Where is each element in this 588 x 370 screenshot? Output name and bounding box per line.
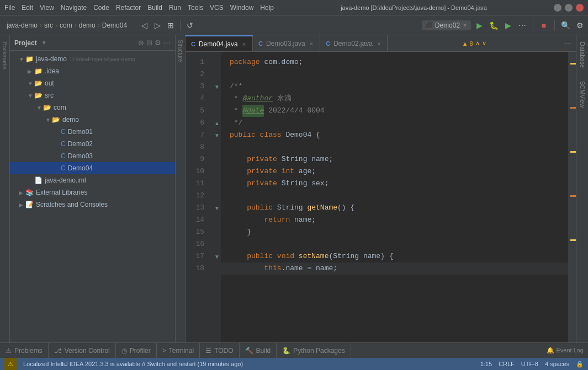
fold-marker-7[interactable]: ▼ (213, 129, 221, 141)
tree-com[interactable]: ▼ 📂 com (10, 101, 175, 114)
close-button[interactable] (576, 4, 584, 12)
tab-label: Problems (14, 347, 43, 355)
menu-navigate[interactable]: Navigate (61, 4, 87, 12)
scmview-tab[interactable]: SCMView (577, 74, 588, 114)
tree-demo[interactable]: ▼ 📂 demo (10, 114, 175, 126)
breadcrumb-project[interactable]: java-demo (7, 22, 38, 29)
tree-demo01[interactable]: C Demo01 (10, 126, 175, 138)
event-log-label[interactable]: 🔔 Event Log (547, 347, 584, 354)
tab-profiler[interactable]: ◷ Profiler (116, 343, 157, 358)
tab-version-control[interactable]: ⎇ Version Control (49, 343, 116, 358)
tree-demo03[interactable]: C Demo03 (10, 150, 175, 162)
folder-open-icon: 📂 (34, 92, 43, 99)
menu-window[interactable]: Window (230, 4, 254, 12)
breadcrumb-demo[interactable]: demo (79, 22, 96, 29)
code-line-1: package com.demo; (221, 56, 568, 68)
tree-src[interactable]: ▼ 📂 src (10, 89, 175, 101)
notification-icon: 🔔 (547, 347, 554, 353)
structure-panel[interactable]: Structure (176, 35, 186, 342)
minimize-button[interactable] (554, 4, 561, 12)
tree-demo04[interactable]: C Demo04 (10, 162, 175, 174)
bookmarks-panel[interactable]: Bookmarks (0, 35, 10, 342)
tree-ext-libs[interactable]: ▶ 📚 External Libraries (10, 186, 175, 199)
breadcrumb-com[interactable]: com (60, 22, 72, 29)
code-editor[interactable]: 1 2 3 4 5 6 7 8 9 10 11 12 13 14 15 16 1… (186, 52, 576, 342)
scroll-up-icon[interactable]: ∧ (475, 40, 480, 47)
line-ending[interactable]: CRLF (499, 361, 515, 367)
tab-close-icon[interactable]: × (376, 40, 382, 47)
tab-bar: C Demo04.java × C Demo03.java × C Demo02… (186, 35, 576, 52)
fold-gutter: ▼ ▲ ▼ ▼ ▼ (213, 52, 221, 342)
title-bar-menu[interactable]: File Edit View Navigate Code Refactor Bu… (4, 4, 274, 12)
todo-icon: ☰ (205, 347, 211, 355)
project-dropdown-icon[interactable]: ▼ (41, 40, 47, 46)
menu-edit[interactable]: Edit (22, 4, 33, 12)
stop-button[interactable]: ■ (538, 19, 550, 31)
breadcrumb-src[interactable]: src (44, 22, 53, 29)
locate-icon[interactable]: ⊕ (138, 39, 144, 47)
debug-button[interactable]: 🐛 (488, 19, 500, 31)
tab-todo[interactable]: ☰ TODO (200, 343, 239, 358)
recent-files-icon[interactable]: ⊞ (165, 19, 177, 31)
indent-info[interactable]: 4 spaces (545, 361, 569, 367)
code-area[interactable]: package com.demo; /** * @author 水滴 * @da… (221, 52, 568, 342)
fold-marker-13[interactable]: ▼ (213, 202, 221, 214)
iml-icon: 📄 (34, 176, 43, 184)
title-bar: File Edit View Navigate Code Refactor Bu… (0, 0, 588, 15)
tab-demo02[interactable]: C Demo02.java × (320, 35, 388, 51)
menu-refactor[interactable]: Refactor (116, 4, 141, 12)
tree-scratches[interactable]: ▶ 📝 Scratches and Consoles (10, 199, 175, 211)
tab-python-packages[interactable]: 🐍 Python Packages (277, 343, 351, 358)
tab-build[interactable]: 🔨 Build (240, 343, 277, 358)
tree-root[interactable]: ▼ 📁 java-demo D:\IdeaProjects\java-demo (10, 53, 175, 65)
scroll-down-icon[interactable]: ∨ (482, 40, 486, 47)
panel-settings-icon[interactable]: ⚙ (155, 39, 161, 47)
encoding[interactable]: UTF-8 (521, 361, 538, 367)
tab-close-icon[interactable]: × (309, 40, 314, 47)
menu-help[interactable]: Help (260, 4, 274, 12)
menu-run[interactable]: Run (169, 4, 181, 12)
fold-marker-3[interactable]: ▼ (213, 81, 221, 93)
profiler-icon: ◷ (121, 347, 127, 355)
sep2 (533, 20, 533, 31)
panel-more-icon[interactable]: ⋯ (163, 39, 171, 47)
menu-view[interactable]: View (40, 4, 54, 12)
tab-problems[interactable]: ⚠ Problems (0, 343, 49, 358)
tree-demo02[interactable]: C Demo02 (10, 138, 175, 150)
back-icon[interactable]: ◁ (138, 19, 150, 31)
tab-label: Build (256, 347, 271, 355)
search-everywhere-icon[interactable]: 🔍 (559, 19, 571, 31)
project-tree[interactable]: ▼ 📁 java-demo D:\IdeaProjects\java-demo … (10, 51, 175, 342)
fold-marker-17[interactable]: ▼ (213, 250, 221, 262)
database-tab[interactable]: Database (577, 35, 588, 74)
run-button[interactable]: ▶ (473, 19, 485, 31)
lock-icon[interactable]: 🔒 (576, 361, 584, 368)
tree-out[interactable]: ▼ 📂 out (10, 77, 175, 89)
menu-file[interactable]: File (4, 4, 15, 12)
build-icon: 🔨 (245, 347, 253, 355)
undo-icon[interactable]: ↺ (184, 19, 196, 31)
tab-demo03[interactable]: C Demo03.java × (253, 35, 320, 51)
run-with-coverage-button[interactable]: ▶ (502, 19, 514, 31)
menu-tools[interactable]: Tools (188, 4, 203, 12)
settings-icon[interactable]: ⚙ (574, 19, 586, 31)
fold-marker-6[interactable]: ▲ (213, 117, 221, 129)
menu-vcs[interactable]: VCS (210, 4, 224, 12)
maximize-button[interactable] (565, 4, 573, 12)
status-message: Localized IntelliJ IDEA 2021.3.3 is avai… (23, 361, 243, 367)
cursor-position[interactable]: 1:15 (480, 361, 492, 367)
bookmarks-label: Bookmarks (2, 42, 8, 69)
tab-terminal[interactable]: > Terminal (157, 343, 200, 358)
tab-more-button[interactable]: ⋯ (560, 35, 576, 51)
tab-close-icon[interactable]: × (241, 40, 247, 48)
forward-icon[interactable]: ▷ (151, 19, 163, 31)
run-config[interactable]: ⬛ Demo02 ▼ (422, 20, 471, 30)
tree-idea[interactable]: ▶ 📁 .idea (10, 65, 175, 77)
more-run-options-icon[interactable]: ⋯ (516, 19, 528, 31)
menu-code[interactable]: Code (93, 4, 109, 12)
menu-build[interactable]: Build (147, 4, 162, 12)
collapse-all-icon[interactable]: ⊟ (146, 39, 152, 47)
tree-iml[interactable]: 📄 java-demo.iml (10, 174, 175, 186)
breadcrumb-class[interactable]: Demo04 (102, 22, 127, 29)
tab-demo04[interactable]: C Demo04.java × (186, 35, 253, 51)
